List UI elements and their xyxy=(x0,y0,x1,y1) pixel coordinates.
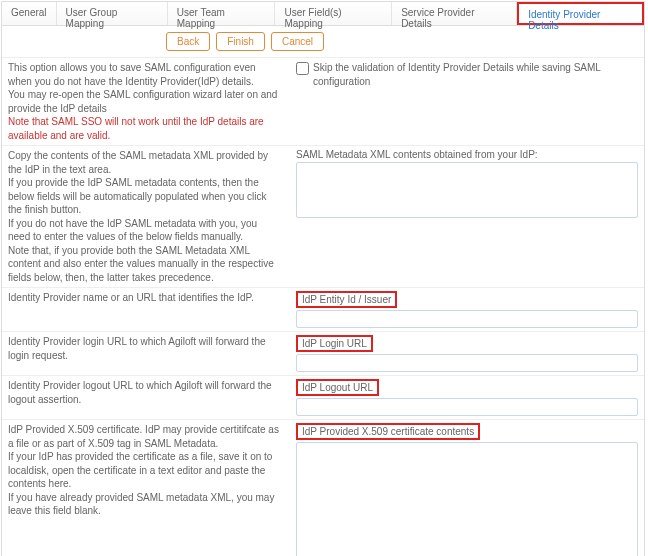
intro-line1: This option allows you to save SAML conf… xyxy=(8,61,282,88)
login-input[interactable] xyxy=(296,354,638,372)
meta-help-3: If you do not have the IdP SAML metadata… xyxy=(8,217,282,244)
tab-identity-provider[interactable]: Identity Provider Details xyxy=(517,2,644,25)
cert-section: IdP Provided X.509 certificate. IdP may … xyxy=(2,419,644,556)
login-help: Identity Provider login URL to which Agi… xyxy=(8,335,296,372)
entity-help: Identity Provider name or an URL that id… xyxy=(8,291,296,328)
cert-help-3: If you have already provided SAML metada… xyxy=(8,491,282,518)
entity-label: IdP Entity Id / Issuer xyxy=(296,291,397,308)
skip-validation-checkbox[interactable] xyxy=(296,62,309,75)
cert-label: IdP Provided X.509 certificate contents xyxy=(296,423,480,440)
logout-input[interactable] xyxy=(296,398,638,416)
login-section: Identity Provider login URL to which Agi… xyxy=(2,331,644,375)
cancel-button[interactable]: Cancel xyxy=(271,32,324,51)
tab-service-provider[interactable]: Service Provider Details xyxy=(392,2,517,25)
back-button[interactable]: Back xyxy=(166,32,210,51)
entity-input[interactable] xyxy=(296,310,638,328)
tab-bar: General User Group Mapping User Team Map… xyxy=(2,2,644,26)
tab-user-group[interactable]: User Group Mapping xyxy=(57,2,168,25)
logout-help: Identity Provider logout URL to which Ag… xyxy=(8,379,296,416)
cert-help-1: IdP Provided X.509 certificate. IdP may … xyxy=(8,423,282,450)
meta-help-1: Copy the contents of the SAML metadata X… xyxy=(8,149,282,176)
tab-user-team[interactable]: User Team Mapping xyxy=(168,2,276,25)
metadata-label: SAML Metadata XML contents obtained from… xyxy=(296,149,638,160)
skip-validation-label: Skip the validation of Identity Provider… xyxy=(313,61,638,88)
config-panel: General User Group Mapping User Team Map… xyxy=(1,1,645,556)
meta-help-4: Note that, if you provide both the SAML … xyxy=(8,244,282,285)
cert-help-2: If your IdP has provided the certificate… xyxy=(8,450,282,491)
logout-section: Identity Provider logout URL to which Ag… xyxy=(2,375,644,419)
intro-line2: You may re-open the SAML configuration w… xyxy=(8,88,282,115)
tab-user-fields[interactable]: User Field(s) Mapping xyxy=(275,2,392,25)
metadata-section: Copy the contents of the SAML metadata X… xyxy=(2,145,644,287)
logout-label: IdP Logout URL xyxy=(296,379,379,396)
metadata-textarea[interactable] xyxy=(296,162,638,218)
intro-warning: Note that SAML SSO will not work until t… xyxy=(8,115,282,142)
entity-section: Identity Provider name or an URL that id… xyxy=(2,287,644,331)
skip-validation-row[interactable]: Skip the validation of Identity Provider… xyxy=(296,61,638,88)
login-label: IdP Login URL xyxy=(296,335,373,352)
meta-help-2: If you provide the IdP SAML metadata con… xyxy=(8,176,282,217)
cert-textarea[interactable] xyxy=(296,442,638,556)
finish-button[interactable]: Finish xyxy=(216,32,265,51)
intro-section: This option allows you to save SAML conf… xyxy=(2,57,644,145)
tab-general[interactable]: General xyxy=(2,2,57,25)
